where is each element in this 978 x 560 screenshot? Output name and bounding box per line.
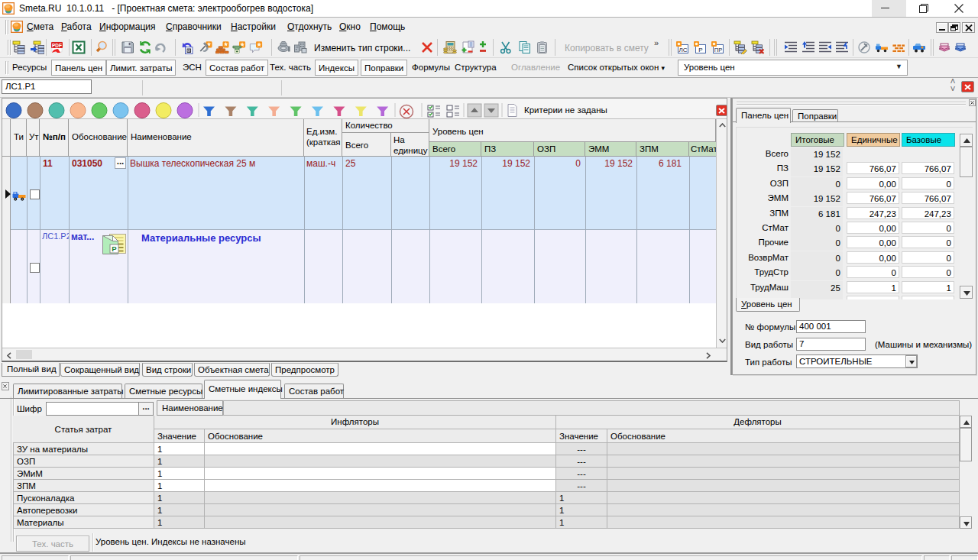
svg-text:Р: Р (698, 47, 702, 53)
svg-text:Р: Р (112, 244, 117, 253)
svg-text:ПР: ПР (714, 47, 722, 53)
svg-text:ЛС: ЛС (678, 47, 687, 53)
svg-text:PDF: PDF (52, 43, 62, 48)
